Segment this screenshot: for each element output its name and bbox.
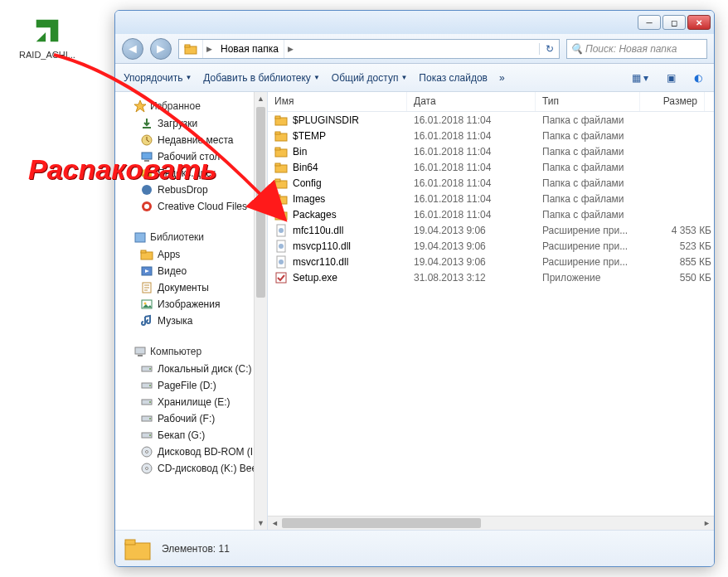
help-button[interactable]: ◐ xyxy=(691,70,706,85)
svg-point-9 xyxy=(142,185,152,195)
search-input[interactable]: 🔍 Поиск: Новая папка xyxy=(566,39,707,59)
amd-icon xyxy=(32,15,63,46)
sidebar-computer-item[interactable]: Локальный диск (C:) xyxy=(122,361,264,377)
col-type[interactable]: Тип xyxy=(536,92,640,111)
organize-button[interactable]: Упорядочить▼ xyxy=(124,72,192,84)
exe-icon xyxy=(274,271,288,284)
sidebar-computer-item[interactable]: Хранилище (E:) xyxy=(122,394,264,410)
file-size: 4 353 КБ xyxy=(647,225,711,236)
file-row[interactable]: Bin6416.01.2018 11:04Папка с файлами xyxy=(268,159,714,175)
file-type: Папка с файлами xyxy=(542,114,647,126)
more-button[interactable]: » xyxy=(499,72,505,84)
file-row[interactable]: Setup.exe31.08.2013 3:12Приложение550 КБ xyxy=(268,269,714,285)
file-row[interactable]: $TEMP16.01.2018 11:04Папка с файлами xyxy=(268,128,714,143)
col-size[interactable]: Размер xyxy=(640,92,705,111)
desktop-shortcut[interactable]: RAID_ACHI... xyxy=(15,15,80,60)
sidebar-computer-item[interactable]: CD-дисковод (K:) Bee xyxy=(122,460,264,477)
sidebar-item-label: Яндекс.Диск xyxy=(158,167,216,179)
file-size: 550 КБ xyxy=(647,272,711,284)
sidebar-favorites-item[interactable]: Яндекс.Диск xyxy=(122,165,264,182)
recent-icon xyxy=(140,133,153,147)
search-placeholder: Поиск: Новая папка xyxy=(585,43,677,55)
desktop-icon xyxy=(140,150,153,163)
view-button[interactable]: ▦ ▾ xyxy=(629,70,652,85)
file-row[interactable]: msvcr110.dll19.04.2013 9:06Расширение пр… xyxy=(268,254,714,269)
svg-point-52 xyxy=(279,244,284,249)
folder-icon xyxy=(274,114,288,127)
file-type: Расширение при... xyxy=(542,225,647,236)
dll-icon xyxy=(274,255,288,269)
file-row[interactable]: Packages16.01.2018 11:04Папка с файлами xyxy=(268,206,714,222)
add-to-library-button[interactable]: Добавить в библиотеку▼ xyxy=(203,72,319,84)
slideshow-button[interactable]: Показ слайдов xyxy=(419,72,488,84)
nav-bar: ◄ ► ▶ Новая папка ▶ ↻ 🔍 Поиск: Новая пап… xyxy=(115,34,714,64)
file-row[interactable]: msvcp110.dll19.04.2013 9:06Расширение пр… xyxy=(268,238,714,254)
close-button[interactable]: ✕ xyxy=(687,15,711,30)
file-date: 19.04.2013 9:06 xyxy=(414,240,542,252)
file-name: Setup.exe xyxy=(293,272,414,284)
file-name: $TEMP xyxy=(293,130,414,142)
file-date: 19.04.2013 9:06 xyxy=(414,256,542,268)
sidebar-libraries-item[interactable]: Apps xyxy=(122,246,264,263)
sidebar-item-label: Хранилище (E:) xyxy=(158,396,230,408)
sidebar-item-label: Apps xyxy=(158,249,180,260)
sidebar-favorites-item[interactable]: Рабочий стол xyxy=(122,148,264,165)
file-date: 16.01.2018 11:04 xyxy=(414,130,542,142)
rebus-icon xyxy=(140,183,153,196)
svg-point-26 xyxy=(149,401,151,403)
address-segment[interactable]: Новая папка xyxy=(216,40,284,58)
file-type: Расширение при... xyxy=(542,256,647,268)
sidebar-item-label: Бекап (G:) xyxy=(158,429,205,441)
file-type: Расширение при... xyxy=(542,240,647,252)
cd-icon xyxy=(140,462,153,475)
file-row[interactable]: Bin16.01.2018 11:04Папка с файлами xyxy=(268,143,714,159)
file-type: Папка с файлами xyxy=(542,209,647,221)
sidebar-computer[interactable]: Компьютер xyxy=(122,342,264,361)
svg-point-54 xyxy=(279,259,284,264)
forward-button[interactable]: ► xyxy=(150,38,172,60)
sidebar-item-label: Недавние места xyxy=(158,134,233,146)
sidebar-computer-item[interactable]: Рабочий (F:) xyxy=(122,410,264,427)
share-button[interactable]: Общий доступ▼ xyxy=(332,72,408,84)
file-date: 16.01.2018 11:04 xyxy=(414,162,542,173)
dll-icon xyxy=(274,224,288,237)
maximize-button[interactable]: ◻ xyxy=(662,15,686,30)
file-row[interactable]: Images16.01.2018 11:04Папка с файлами xyxy=(268,191,714,206)
address-root[interactable] xyxy=(179,40,203,58)
preview-pane-button[interactable]: ▣ xyxy=(663,70,679,85)
sidebar-favorites-item[interactable]: Загрузки xyxy=(122,115,264,132)
svg-point-11 xyxy=(144,204,149,209)
file-date: 31.08.2013 3:12 xyxy=(414,272,542,284)
sidebar-computer-item[interactable]: PageFile (D:) xyxy=(122,377,264,394)
file-date: 16.01.2018 11:04 xyxy=(414,177,542,189)
refresh-button[interactable]: ↻ xyxy=(539,43,559,55)
file-name: $PLUGINSDIR xyxy=(293,114,414,126)
sidebar-favorites-item[interactable]: Недавние места xyxy=(122,132,264,148)
file-row[interactable]: mfc110u.dll19.04.2013 9:06Расширение при… xyxy=(268,222,714,238)
sidebar-favorites-item[interactable]: RebusDrop xyxy=(122,182,264,198)
sidebar-computer-item[interactable]: Бекап (G:) xyxy=(122,427,264,444)
sidebar-libraries[interactable]: Библиотеки xyxy=(122,228,264,246)
col-date[interactable]: Дата xyxy=(407,92,536,111)
sidebar-libraries-item[interactable]: Изображения xyxy=(122,296,264,313)
chevron-right-icon[interactable]: ▶ xyxy=(203,45,216,53)
sidebar-scrollbar[interactable]: ▲▼ xyxy=(254,92,267,530)
file-list: Имя Дата Тип Размер $PLUGINSDIR16.01.201… xyxy=(268,92,714,530)
file-scrollbar-h[interactable]: ◄► xyxy=(268,516,714,530)
chevron-right-icon[interactable]: ▶ xyxy=(284,45,297,53)
file-row[interactable]: Config16.01.2018 11:04Папка с файлами xyxy=(268,175,714,191)
file-row[interactable]: $PLUGINSDIR16.01.2018 11:04Папка с файла… xyxy=(268,112,714,128)
minimize-button[interactable]: ─ xyxy=(638,15,661,30)
sidebar-libraries-item[interactable]: Видео xyxy=(122,263,264,279)
sidebar-computer-item[interactable]: Дисковод BD-ROM (I xyxy=(122,444,264,460)
back-button[interactable]: ◄ xyxy=(122,38,143,60)
sidebar-libraries-item[interactable]: Документы xyxy=(122,279,264,296)
titlebar[interactable]: ─ ◻ ✕ xyxy=(115,11,714,34)
sidebar-libraries-item[interactable]: Музыка xyxy=(122,313,264,329)
sidebar-favorites[interactable]: Избранное xyxy=(122,97,264,115)
address-bar[interactable]: ▶ Новая папка ▶ ↻ xyxy=(178,39,560,59)
file-type: Папка с файлами xyxy=(542,162,647,173)
svg-point-8 xyxy=(142,174,152,177)
col-name[interactable]: Имя xyxy=(268,92,407,111)
sidebar-favorites-item[interactable]: Creative Cloud Files xyxy=(122,198,264,215)
